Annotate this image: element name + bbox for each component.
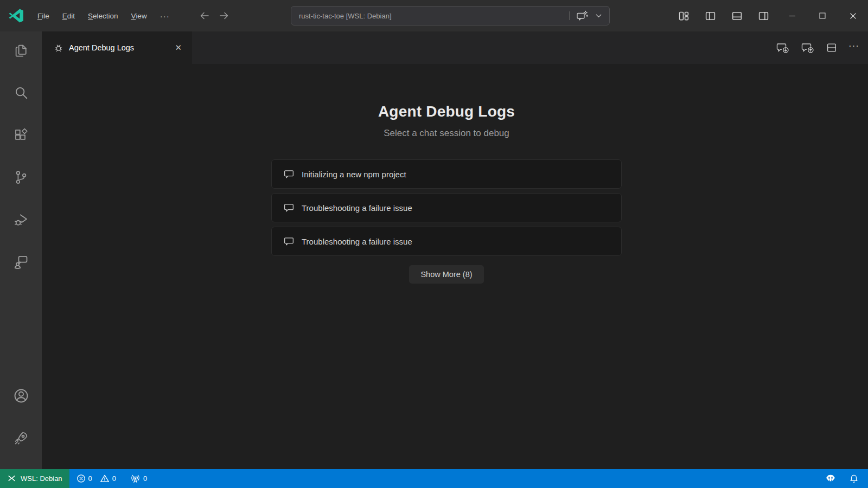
status-bar: WSL: Debian 0 0 0	[0, 469, 868, 488]
error-icon	[76, 474, 86, 483]
bell-icon[interactable]	[849, 474, 859, 484]
files-icon	[13, 42, 29, 59]
ports-indicator[interactable]: 0	[130, 474, 147, 484]
menu-edit[interactable]: Edit	[56, 9, 81, 23]
sidebar-item-chat[interactable]	[8, 249, 34, 275]
comment-icon	[283, 202, 295, 214]
errors-pair: 0	[76, 474, 92, 483]
session-label: Initializing a new npm project	[302, 170, 406, 179]
session-item[interactable]: Troubleshooting a failure issue	[271, 227, 622, 256]
back-arrow-icon[interactable]	[199, 10, 210, 21]
account-icon	[12, 387, 30, 404]
window-controls	[777, 0, 868, 31]
sidebar-item-extensions[interactable]	[8, 122, 34, 148]
divider	[569, 11, 570, 20]
sidebar-item-explorer[interactable]	[8, 37, 34, 63]
maximize-icon[interactable]	[807, 0, 838, 31]
split-editor-icon[interactable]	[826, 42, 838, 54]
show-more-wrap: Show More (8)	[271, 265, 622, 284]
chevron-down-icon[interactable]	[595, 12, 603, 20]
export-chat-icon[interactable]	[801, 41, 815, 54]
bug-icon	[54, 43, 63, 53]
warning-icon	[100, 474, 110, 483]
remote-label: WSL: Debian	[21, 474, 62, 483]
tab-bar: Agent Debug Logs ✕	[42, 31, 868, 64]
debug-icon	[13, 211, 29, 228]
editor-actions: ···	[776, 31, 859, 64]
rocket-button[interactable]	[8, 425, 34, 451]
sidebar-item-run-debug[interactable]	[8, 207, 34, 233]
session-item[interactable]: Troubleshooting a failure issue	[271, 193, 622, 222]
workbench: Agent Debug Logs ✕	[42, 31, 868, 469]
session-label: Troubleshooting a failure issue	[302, 237, 412, 246]
copilot-icon[interactable]	[824, 473, 837, 484]
git-branch-icon	[13, 169, 29, 185]
warnings-pair: 0	[100, 474, 116, 483]
tab-label: Agent Debug Logs	[69, 43, 172, 52]
toggle-panel-icon[interactable]	[729, 8, 745, 24]
customize-layout-icon[interactable]	[676, 8, 692, 24]
session-label: Troubleshooting a failure issue	[302, 203, 412, 213]
more-actions-icon[interactable]: ···	[848, 41, 859, 55]
extensions-icon	[13, 127, 29, 143]
menu-selection[interactable]: Selection	[81, 9, 125, 23]
vscode-logo-icon	[8, 8, 24, 24]
forward-arrow-icon[interactable]	[219, 10, 229, 21]
show-more-button[interactable]: Show More (8)	[409, 265, 483, 284]
close-icon[interactable]	[838, 0, 868, 31]
account-button[interactable]	[8, 383, 34, 409]
nav-history	[199, 10, 229, 21]
page-subtitle: Select a chat session to debug	[271, 128, 622, 139]
problems-indicator[interactable]: 0 0	[76, 474, 116, 483]
tab-close-icon[interactable]: ✕	[172, 41, 184, 54]
search-icon	[13, 85, 29, 101]
page-title: Agent Debug Logs	[271, 103, 622, 120]
status-bar-right	[824, 473, 868, 484]
activity-bar	[0, 31, 42, 469]
chat-sparkle-icon[interactable]	[576, 10, 589, 22]
toggle-secondary-sidebar-icon[interactable]	[756, 8, 771, 24]
activity-bar-bottom	[0, 383, 42, 451]
import-chat-icon[interactable]	[776, 41, 790, 54]
comment-icon	[283, 236, 295, 247]
main-area: Agent Debug Logs ✕	[0, 31, 868, 469]
menu-bar: File Edit Selection View ···	[31, 8, 176, 24]
sidebar-item-source-control[interactable]	[8, 164, 34, 190]
remote-indicator[interactable]: WSL: Debian	[0, 469, 69, 488]
menu-view[interactable]: View	[125, 9, 154, 23]
tab-agent-debug-logs[interactable]: Agent Debug Logs ✕	[42, 31, 192, 64]
chat-person-icon	[13, 254, 29, 270]
vscode-window: File Edit Selection View ··· rust-tic-ta…	[0, 0, 868, 488]
layout-controls	[676, 0, 771, 31]
title-bar: File Edit Selection View ··· rust-tic-ta…	[0, 0, 868, 31]
command-center[interactable]: rust-tic-tac-toe [WSL: Debian]	[291, 6, 610, 25]
command-center-text: rust-tic-tac-toe [WSL: Debian]	[291, 12, 569, 20]
command-center-actions	[569, 10, 609, 22]
session-list: Initializing a new npm project Troublesh…	[271, 159, 622, 256]
editor-pane: Agent Debug Logs Select a chat session t…	[42, 64, 868, 469]
ports-count: 0	[143, 474, 147, 483]
warning-count: 0	[112, 474, 116, 483]
sidebar-item-search[interactable]	[8, 80, 34, 106]
menu-file[interactable]: File	[31, 9, 56, 23]
menu-more-button[interactable]: ···	[154, 8, 176, 24]
radio-tower-icon	[130, 474, 141, 484]
error-count: 0	[88, 474, 92, 483]
toggle-primary-sidebar-icon[interactable]	[703, 8, 718, 24]
rocket-icon	[13, 430, 29, 446]
session-item[interactable]: Initializing a new npm project	[271, 159, 622, 189]
agent-debug-logs-view: Agent Debug Logs Select a chat session t…	[271, 103, 622, 284]
remote-icon	[7, 474, 16, 483]
comment-icon	[283, 169, 295, 180]
minimize-icon[interactable]	[777, 0, 807, 31]
